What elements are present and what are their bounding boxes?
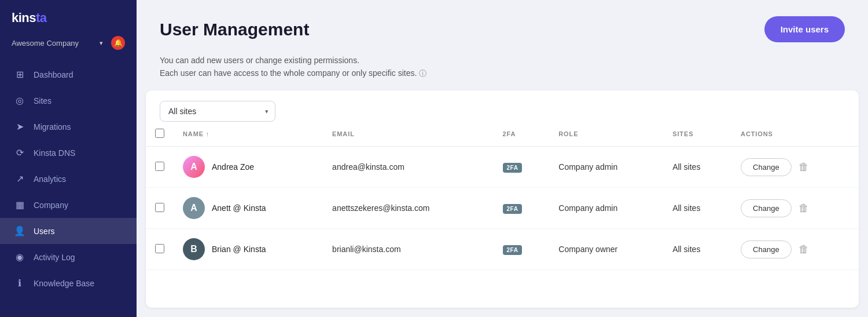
row-checkbox-cell[interactable] [146, 229, 174, 270]
notifications-icon[interactable]: 🔔 [111, 36, 125, 50]
2fa-badge: 2FA [503, 163, 523, 173]
avatar: A [183, 156, 205, 178]
change-button[interactable]: Change [741, 199, 792, 217]
filter-row: All sites ▾ [146, 90, 859, 122]
activity-icon: ◉ [14, 252, 25, 263]
sites-cell: All sites [663, 147, 731, 188]
user-table: NAME ↑ EMAIL 2FA ROLE SITES ACTIONS A An… [146, 122, 859, 270]
users-icon: 👤 [14, 225, 25, 236]
actions-cell: Change 🗑 [731, 147, 859, 188]
user-name: Andrea Zoe [212, 162, 254, 172]
change-button[interactable]: Change [741, 158, 792, 176]
info-icon[interactable]: ⓘ [419, 69, 426, 78]
col-sites: SITES [663, 122, 731, 147]
user-name-cell: A Anett @ Kinsta [174, 188, 323, 229]
company-selector[interactable]: Awesome Company ▾ 🔔 [0, 32, 137, 59]
invite-users-button[interactable]: Invite users [764, 16, 845, 42]
col-role: ROLE [549, 122, 663, 147]
sidebar-item-sites[interactable]: ◎ Sites [0, 88, 137, 114]
topbar: User Management Invite users [137, 0, 868, 54]
sidebar-item-label: Kinsta DNS [34, 148, 75, 158]
sidebar-item-label: Analytics [34, 174, 66, 184]
nav-list: ⊞ Dashboard ◎ Sites ➤ Migrations ⟳ Kinst… [0, 59, 137, 296]
sidebar-item-kinsta-dns[interactable]: ⟳ Kinsta DNS [0, 140, 137, 166]
actions-cell: Change 🗑 [731, 229, 859, 270]
main-content: User Management Invite users You can add… [137, 0, 868, 317]
table-row: A Andrea Zoe andrea@kinsta.com 2FA Compa… [146, 147, 859, 188]
col-email: EMAIL [323, 122, 493, 147]
col-checkbox [146, 122, 174, 147]
company-name: Awesome Company [12, 39, 95, 48]
sites-select-input[interactable]: All sites [160, 101, 275, 122]
2fa-badge: 2FA [503, 245, 523, 255]
select-all-checkbox[interactable] [155, 129, 164, 138]
delete-icon[interactable]: 🗑 [799, 202, 809, 214]
avatar: B [183, 238, 205, 260]
logo: kinsta [12, 10, 47, 25]
sidebar-item-label: Dashboard [34, 70, 73, 79]
sidebar-item-label: Company [34, 201, 68, 210]
dns-icon: ⟳ [14, 147, 25, 158]
company-icon: ▦ [14, 199, 25, 210]
sidebar-item-label: Sites [34, 96, 52, 105]
chevron-down-icon: ▾ [100, 39, 103, 47]
col-2fa: 2FA [494, 122, 550, 147]
sidebar-item-label: Migrations [34, 122, 71, 132]
change-button[interactable]: Change [741, 241, 792, 258]
actions-cell: Change 🗑 [731, 188, 859, 229]
2fa-cell: 2FA [494, 229, 550, 270]
delete-icon[interactable]: 🗑 [799, 243, 809, 256]
description-line1: You can add new users or change existing… [160, 54, 845, 67]
sidebar-item-analytics[interactable]: ↗ Analytics [0, 166, 137, 192]
row-checkbox-cell[interactable] [146, 147, 174, 188]
sidebar-item-label: Users [34, 227, 55, 236]
description-area: You can add new users or change existing… [137, 54, 868, 90]
sidebar-item-knowledge-base[interactable]: ℹ Knowledge Base [0, 270, 137, 296]
migrations-icon: ➤ [14, 121, 25, 132]
role-cell: Company admin [549, 147, 663, 188]
user-name-cell: B Brian @ Kinsta [174, 229, 323, 270]
sidebar-item-users[interactable]: 👤 Users [0, 218, 137, 244]
email-cell: andrea@kinsta.com [323, 147, 493, 188]
user-name-cell: A Andrea Zoe [174, 147, 323, 188]
role-cell: Company owner [549, 229, 663, 270]
sites-cell: All sites [663, 188, 731, 229]
sidebar-item-migrations[interactable]: ➤ Migrations [0, 114, 137, 140]
user-name: Anett @ Kinsta [212, 203, 266, 213]
dashboard-icon: ⊞ [14, 69, 25, 80]
sidebar-item-company[interactable]: ▦ Company [0, 192, 137, 218]
page-title: User Management [160, 20, 309, 39]
email-cell: brianli@kinsta.com [323, 229, 493, 270]
2fa-badge: 2FA [503, 204, 523, 214]
2fa-cell: 2FA [494, 147, 550, 188]
sites-filter[interactable]: All sites ▾ [160, 101, 275, 122]
sidebar-item-label: Activity Log [34, 253, 75, 262]
analytics-icon: ↗ [14, 173, 25, 184]
col-name: NAME ↑ [174, 122, 323, 147]
sites-icon: ◎ [14, 95, 25, 106]
sidebar-item-activity-log[interactable]: ◉ Activity Log [0, 244, 137, 270]
row-checkbox-cell[interactable] [146, 188, 174, 229]
row-checkbox[interactable] [155, 244, 164, 253]
user-name: Brian @ Kinsta [212, 245, 266, 254]
role-cell: Company admin [549, 188, 663, 229]
row-checkbox[interactable] [155, 203, 164, 212]
delete-icon[interactable]: 🗑 [799, 161, 809, 173]
avatar: A [183, 197, 205, 219]
2fa-cell: 2FA [494, 188, 550, 229]
sidebar: kinsta Awesome Company ▾ 🔔 ⊞ Dashboard ◎… [0, 0, 137, 317]
knowledge-icon: ℹ [14, 278, 25, 289]
sites-cell: All sites [663, 229, 731, 270]
table-header-row: NAME ↑ EMAIL 2FA ROLE SITES ACTIONS [146, 122, 859, 147]
col-actions: ACTIONS [731, 122, 859, 147]
table-row: A Anett @ Kinsta anettszekeres@kinsta.co… [146, 188, 859, 229]
table-row: B Brian @ Kinsta brianli@kinsta.com 2FA … [146, 229, 859, 270]
description-line2: Each user can have access to the whole c… [160, 67, 845, 80]
email-cell: anettszekeres@kinsta.com [323, 188, 493, 229]
sidebar-item-dashboard[interactable]: ⊞ Dashboard [0, 61, 137, 88]
sidebar-header: kinsta [0, 0, 137, 32]
row-checkbox[interactable] [155, 162, 164, 171]
sidebar-item-label: Knowledge Base [34, 279, 94, 288]
content-panel: All sites ▾ NAME ↑ EMAIL 2FA ROLE SITES … [146, 90, 859, 308]
